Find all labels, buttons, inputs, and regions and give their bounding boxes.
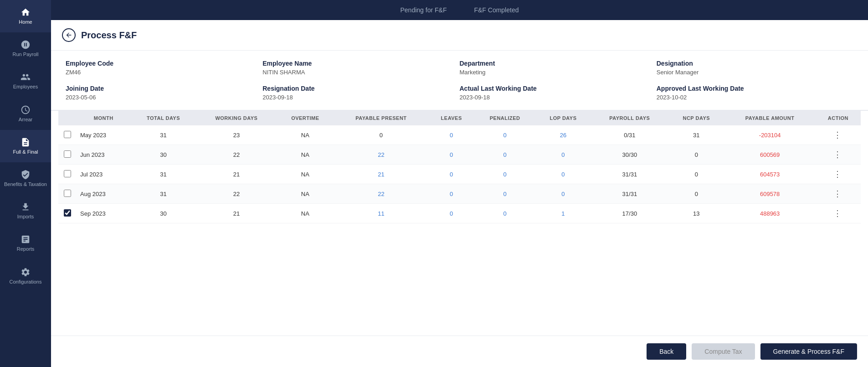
row-total-days: 31	[130, 165, 196, 184]
compute-tax-button: Compute Tax	[692, 343, 755, 360]
employee-info-panel: Employee Code ZM46 Employee Name NITIN S…	[51, 51, 868, 111]
sidebar-item-employees-label: Employees	[13, 84, 38, 90]
row-payable-present: 21	[334, 165, 429, 184]
designation-value: Senior Manager	[657, 69, 853, 76]
row-action-cell[interactable]: ⋮	[816, 204, 861, 223]
info-joining-date: Joining Date 2023-05-06	[66, 85, 262, 101]
row-leaves: 0	[428, 125, 474, 145]
table-row: Sep 2023 30 21 NA 11 0 0 1 17/30 13 4889…	[58, 204, 861, 223]
row-total-days: 31	[130, 125, 196, 145]
sidebar-item-benefits-taxation[interactable]: Benefits & Taxation	[0, 162, 51, 195]
row-payable-present: 11	[334, 204, 429, 223]
sidebar: Home Run Payroll Employees Arrear Full &…	[0, 0, 51, 367]
row-overtime: NA	[277, 204, 334, 223]
table-row: May 2023 31 23 NA 0 0 0 26 0/31 31 -2031…	[58, 125, 861, 145]
row-leaves: 0	[428, 165, 474, 184]
joining-date-value: 2023-05-06	[66, 94, 262, 101]
row-payable-amount: 609578	[724, 184, 816, 204]
row-total-days: 30	[130, 145, 196, 165]
row-checkbox-cell[interactable]	[58, 184, 77, 204]
action-menu-button[interactable]: ⋮	[833, 209, 842, 218]
row-checkbox[interactable]	[64, 150, 71, 158]
back-circle-button[interactable]	[62, 28, 76, 42]
info-department: Department Marketing	[460, 60, 657, 76]
row-lop-days: 0	[535, 145, 591, 165]
col-overtime: OVERTIME	[277, 111, 334, 125]
sidebar-item-employees[interactable]: Employees	[0, 65, 51, 97]
benefits-icon	[21, 170, 31, 180]
action-menu-button[interactable]: ⋮	[833, 170, 842, 179]
info-approved-lwd: Approved Last Working Date 2023-10-02	[657, 85, 853, 101]
payroll-table-container: MONTH TOTAL DAYS WORKING DAYS OVERTIME P…	[51, 111, 868, 336]
row-checkbox-cell[interactable]	[58, 145, 77, 165]
col-payable-amount: PAYABLE AMOUNT	[724, 111, 816, 125]
row-lop-days: 1	[535, 204, 591, 223]
row-payroll-days: 30/30	[591, 145, 668, 165]
sidebar-item-configurations-label: Configurations	[10, 279, 42, 285]
action-menu-button[interactable]: ⋮	[833, 189, 842, 198]
row-leaves: 0	[428, 145, 474, 165]
top-nav: Pending for F&F F&F Completed	[51, 0, 868, 20]
row-total-days: 31	[130, 184, 196, 204]
sidebar-item-configurations[interactable]: Configurations	[0, 260, 51, 292]
col-payable-present: PAYABLE PRESENT	[334, 111, 429, 125]
run-payroll-icon	[21, 40, 31, 50]
row-total-days: 30	[130, 204, 196, 223]
approved-lwd-value: 2023-10-02	[657, 94, 853, 101]
page-title: Process F&F	[81, 30, 137, 41]
employee-code-value: ZM46	[66, 69, 262, 76]
reports-icon	[21, 234, 31, 244]
generate-process-button[interactable]: Generate & Process F&F	[760, 343, 857, 360]
row-ncp-days: 0	[668, 184, 724, 204]
row-penalized: 0	[474, 184, 535, 204]
department-value: Marketing	[460, 69, 657, 76]
topnav-pending[interactable]: Pending for F&F	[401, 5, 447, 16]
resignation-date-value: 2023-09-18	[262, 94, 459, 101]
row-checkbox[interactable]	[64, 131, 71, 138]
row-checkbox-cell[interactable]	[58, 204, 77, 223]
row-payable-amount: 604573	[724, 165, 816, 184]
sidebar-item-run-payroll[interactable]: Run Payroll	[0, 32, 51, 65]
back-button[interactable]: Back	[647, 343, 686, 360]
row-payable-present: 22	[334, 145, 429, 165]
row-checkbox-cell[interactable]	[58, 165, 77, 184]
row-working-days: 21	[196, 165, 277, 184]
content-area: Process F&F Employee Code ZM46 Employee …	[51, 20, 868, 367]
row-checkbox[interactable]	[64, 209, 71, 217]
full-final-icon	[21, 137, 31, 147]
sidebar-item-arrear[interactable]: Arrear	[0, 98, 51, 130]
row-month: Jul 2023	[77, 165, 130, 184]
row-overtime: NA	[277, 184, 334, 204]
designation-label: Designation	[657, 60, 853, 67]
row-action-cell[interactable]: ⋮	[816, 145, 861, 165]
row-working-days: 22	[196, 145, 277, 165]
sidebar-item-home[interactable]: Home	[0, 0, 51, 32]
sidebar-item-full-final[interactable]: Full & Final	[0, 130, 51, 162]
row-penalized: 0	[474, 204, 535, 223]
employee-name-label: Employee Name	[262, 60, 459, 67]
action-menu-button[interactable]: ⋮	[833, 150, 842, 159]
row-action-cell[interactable]: ⋮	[816, 125, 861, 145]
action-menu-button[interactable]: ⋮	[833, 130, 842, 140]
row-payroll-days: 31/31	[591, 165, 668, 184]
row-action-cell[interactable]: ⋮	[816, 184, 861, 204]
row-checkbox-cell[interactable]	[58, 125, 77, 145]
row-lop-days: 26	[535, 125, 591, 145]
row-payable-present: 0	[334, 125, 429, 145]
sidebar-item-reports[interactable]: Reports	[0, 227, 51, 259]
row-ncp-days: 0	[668, 165, 724, 184]
back-arrow-icon	[65, 31, 72, 39]
sidebar-item-home-label: Home	[19, 19, 32, 25]
row-action-cell[interactable]: ⋮	[816, 165, 861, 184]
sidebar-item-imports[interactable]: Imports	[0, 195, 51, 227]
table-row: Jun 2023 30 22 NA 22 0 0 0 30/30 0 60056…	[58, 145, 861, 165]
col-month: MONTH	[77, 111, 130, 125]
arrear-icon	[21, 105, 31, 115]
actual-lwd-label: Actual Last Working Date	[460, 85, 657, 92]
col-working-days: WORKING DAYS	[196, 111, 277, 125]
row-checkbox[interactable]	[64, 170, 71, 177]
row-leaves: 0	[428, 204, 474, 223]
row-checkbox[interactable]	[64, 190, 71, 197]
topnav-completed[interactable]: F&F Completed	[474, 5, 519, 16]
row-payable-present: 22	[334, 184, 429, 204]
